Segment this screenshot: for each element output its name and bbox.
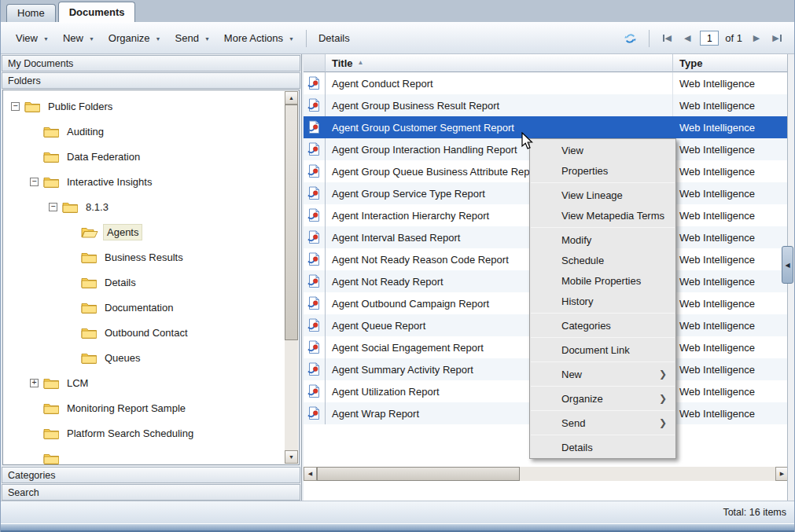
collapse-node-icon[interactable]: − (11, 102, 20, 111)
column-header-icon[interactable] (304, 54, 326, 72)
context-menu-item-details[interactable]: Details (530, 437, 675, 457)
type-cell: Web Intelligence (672, 160, 789, 182)
folder-tree-item[interactable]: −Public Folders (3, 94, 285, 119)
context-menu-item-organize[interactable]: Organize❯ (530, 388, 675, 409)
table-horizontal-scrollbar[interactable]: ◀ ▶ (304, 467, 789, 481)
toolbar-label: Organize (109, 32, 150, 44)
toolbar-send-button[interactable]: Send▼ (168, 28, 217, 48)
toolbar-new-button[interactable]: New▼ (56, 28, 101, 48)
previous-page-icon[interactable]: ◀ (679, 31, 695, 46)
panel-collapse-handle[interactable]: ◀ (782, 246, 793, 284)
context-menu-item-mobile-properties[interactable]: Mobile Properties (530, 270, 675, 291)
sidebar-section-categories[interactable]: Categories (2, 467, 300, 483)
folder-tree-item[interactable]: Platform Search Scheduling (3, 420, 285, 446)
folder-icon (43, 427, 59, 439)
tab-documents[interactable]: Documents (58, 2, 136, 22)
tab-home[interactable]: Home (6, 4, 56, 22)
folder-label: Interactive Insights (64, 174, 155, 189)
sidebar-section-search[interactable]: Search (2, 484, 300, 501)
column-header-type[interactable]: Type (673, 54, 789, 72)
menu-separator (531, 313, 675, 314)
folder-label: Monitoring Report Sample (64, 401, 189, 416)
folder-tree-item[interactable]: Auditing (3, 119, 285, 144)
page-of-label: of 1 (723, 32, 744, 44)
context-menu-item-view-metapedia-terms[interactable]: View Metapedia Terms (530, 205, 675, 226)
window-bottom-edge (1, 523, 794, 532)
last-page-icon[interactable]: ▶ (769, 31, 785, 46)
column-header-title[interactable]: Title ▲ (326, 54, 673, 72)
chevron-down-icon: ▼ (89, 35, 94, 42)
folder-label: Documentation (101, 300, 176, 315)
type-cell: Web Intelligence (672, 182, 789, 204)
tree-vertical-scrollbar[interactable]: ▲ ▼ (285, 91, 298, 464)
context-menu-item-properties[interactable]: Properties (530, 160, 675, 181)
context-menu-item-view[interactable]: View (530, 140, 675, 160)
folder-tree-item[interactable]: Agents (3, 219, 285, 244)
sidebar-section-folders[interactable]: Folders (2, 72, 300, 89)
table-row[interactable]: Agent Group Customer Segment ReportWeb I… (304, 116, 789, 138)
toolbar-view-button[interactable]: View▼ (9, 28, 56, 48)
folder-tree-item[interactable]: −8.1.3 (3, 194, 285, 219)
folder-tree-item[interactable]: Details (3, 270, 285, 295)
page-number-input[interactable] (700, 31, 719, 46)
scrollbar-thumb[interactable] (285, 105, 298, 340)
folder-tree-item[interactable]: Outbound Contact (3, 320, 285, 345)
table-row[interactable]: Agent Conduct ReportWeb Intelligence (304, 72, 789, 94)
folder-tree-item[interactable]: Queues (3, 345, 285, 370)
menu-separator (531, 386, 675, 387)
folder-tree-item[interactable]: −Interactive Insights (3, 169, 285, 194)
webi-document-icon (304, 94, 326, 116)
first-page-icon[interactable]: ◀ (659, 31, 675, 46)
folder-icon (43, 176, 59, 188)
context-menu-item-new[interactable]: New❯ (530, 364, 675, 384)
folder-icon (43, 151, 59, 163)
type-cell: Web Intelligence (672, 270, 789, 292)
context-menu-item-categories[interactable]: Categories (530, 315, 675, 336)
toolbar-details-button[interactable]: Details (311, 28, 357, 48)
toolbar-label: New (63, 32, 83, 44)
scroll-left-icon[interactable]: ◀ (304, 467, 317, 481)
type-cell: Web Intelligence (672, 204, 789, 226)
sidebar-section-my-documents[interactable]: My Documents (2, 55, 300, 72)
type-cell: Web Intelligence (672, 94, 789, 116)
webi-document-icon (304, 380, 326, 402)
folder-tree: −Public FoldersAuditingData Federation−I… (3, 94, 285, 464)
submenu-arrow-icon: ❯ (659, 393, 667, 404)
type-cell: Web Intelligence (672, 116, 789, 138)
context-menu-item-send[interactable]: Send❯ (530, 413, 675, 433)
context-menu-item-history[interactable]: History (530, 291, 675, 311)
folder-tree-item[interactable]: Documentation (3, 295, 285, 320)
folder-icon (81, 277, 97, 288)
folder-tree-item[interactable]: +LCM (3, 370, 285, 395)
menu-item-label: Send (561, 417, 585, 429)
context-menu-item-view-lineage[interactable]: View Lineage (530, 185, 675, 205)
folder-tree-item[interactable]: Business Results (3, 244, 285, 270)
type-cell: Web Intelligence (672, 380, 789, 402)
scroll-down-icon[interactable]: ▼ (285, 450, 298, 464)
folder-tree-item[interactable]: Data Federation (3, 144, 285, 169)
menu-separator (531, 435, 675, 435)
next-page-icon[interactable]: ▶ (749, 31, 764, 46)
table-row[interactable]: Agent Group Business Result ReportWeb In… (304, 94, 789, 116)
toolbar-label: Details (318, 32, 350, 44)
refresh-icon[interactable] (620, 29, 639, 48)
context-menu-item-document-link[interactable]: Document Link (530, 339, 675, 360)
scrollbar-thumb[interactable] (317, 467, 520, 481)
section-label: Search (8, 487, 39, 498)
toolbar-more-actions-button[interactable]: More Actions▼ (217, 28, 301, 48)
expand-node-icon[interactable]: + (30, 379, 39, 387)
folder-tree-item[interactable]: Monitoring Report Sample (3, 395, 285, 420)
folder-tree-item[interactable] (3, 446, 285, 464)
webi-document-icon (304, 292, 326, 314)
type-cell: Web Intelligence (672, 358, 789, 380)
folder-icon (43, 377, 59, 389)
collapse-node-icon[interactable]: − (49, 203, 57, 211)
context-menu-item-schedule[interactable]: Schedule (530, 250, 675, 270)
collapse-node-icon[interactable]: − (30, 178, 39, 186)
menu-item-label: Organize (561, 393, 603, 405)
folder-label (64, 457, 70, 460)
toolbar-organize-button[interactable]: Organize▼ (101, 28, 168, 48)
context-menu-item-modify[interactable]: Modify (530, 229, 675, 250)
scroll-up-icon[interactable]: ▲ (285, 91, 298, 105)
webi-document-icon (304, 358, 326, 380)
